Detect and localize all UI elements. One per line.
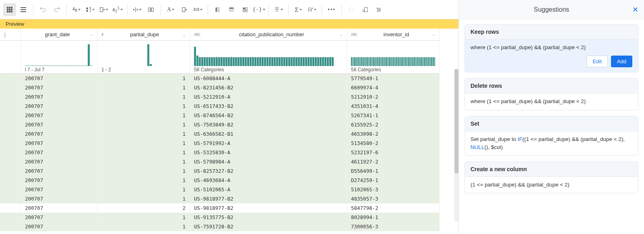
column-histogram[interactable]: 58 Categories: [190, 41, 347, 74]
pivot-both-icon[interactable]: [239, 3, 252, 16]
cell-partial-dupe[interactable]: 1: [97, 176, 190, 185]
cell-partial-dupe[interactable]: 1: [97, 111, 190, 120]
cell-grant-date[interactable]: 200707: [21, 203, 97, 213]
column-header[interactable]: grant_date⌄: [21, 29, 97, 41]
grid-view-icon[interactable]: [3, 3, 16, 16]
cell-inventor[interactable]: 7300056-3: [347, 222, 440, 231]
cell-partial-dupe[interactable]: 1: [97, 139, 190, 148]
cell-citation[interactable]: US-9818977-B2: [190, 194, 347, 203]
cell-grant-date[interactable]: 200707: [21, 176, 97, 185]
braces-icon[interactable]: {·}: [252, 3, 265, 16]
cell-grant-date[interactable]: 200707: [21, 129, 97, 139]
distribute-icon[interactable]: [192, 3, 204, 16]
cell-inventor[interactable]: 8028994-1: [347, 213, 440, 222]
cell-inventor[interactable]: 5267341-1: [347, 111, 440, 120]
text-format-icon[interactable]: A: [164, 3, 177, 16]
cell-inventor[interactable]: 5212910-2: [347, 92, 440, 101]
close-icon[interactable]: ✕: [632, 5, 638, 14]
cell-inventor[interactable]: 6155925-2: [347, 120, 440, 129]
cell-partial-dupe[interactable]: 1: [97, 166, 190, 176]
more-icon[interactable]: •••: [325, 3, 338, 16]
suggestion-card-delete-rows[interactable]: Delete rows where (1 <= partial_dupe) &&…: [464, 78, 638, 110]
rect-select-icon[interactable]: [345, 3, 358, 16]
column-type-icon[interactable]: AB: [70, 3, 83, 16]
suggestion-card-keep-rows[interactable]: Keep rows where (1 <= partial_dupe) && (…: [464, 24, 638, 72]
sort-icon[interactable]: [84, 3, 97, 16]
column-header[interactable]: ): [0, 29, 21, 41]
redo-icon[interactable]: [50, 3, 63, 16]
cell-grant-date[interactable]: 200707: [21, 111, 97, 120]
column-header[interactable]: ABCinventor_id⌄: [347, 29, 440, 41]
cell-inventor[interactable]: D274259-1: [347, 176, 440, 185]
sum-icon[interactable]: Σ: [292, 3, 305, 16]
cell-partial-dupe[interactable]: 1: [97, 185, 190, 194]
cell-inventor[interactable]: D556499-1: [347, 166, 440, 176]
cell-inventor[interactable]: 4653098-2: [347, 129, 440, 139]
filter-icon[interactable]: [272, 3, 285, 16]
cell-partial-dupe[interactable]: 1: [97, 92, 190, 101]
suggestion-card-create-column[interactable]: Create a new column (1 <= partial_dupe) …: [464, 162, 638, 193]
cell-citation[interactable]: US-7503849-B2: [190, 120, 347, 129]
cell-inventor[interactable]: 5134580-2: [347, 139, 440, 148]
edit-button[interactable]: Edit: [586, 56, 607, 67]
cell-grant-date[interactable]: 200707: [21, 157, 97, 166]
rename-icon[interactable]: A21: [111, 3, 124, 16]
cell-grant-date[interactable]: 200707: [21, 120, 97, 129]
cell-citation[interactable]: US-5102065-A: [190, 185, 347, 194]
cell-partial-dupe[interactable]: 1: [97, 194, 190, 203]
cell-citation[interactable]: US-5212910-A: [190, 92, 347, 101]
query-icon[interactable]: [359, 3, 372, 16]
column-histogram[interactable]: l 7 - Jul 7: [21, 41, 97, 74]
cell-inventor[interactable]: 4611927-2: [347, 157, 440, 166]
cell-grant-date[interactable]: 200707: [21, 166, 97, 176]
cell-partial-dupe[interactable]: 1: [97, 213, 190, 222]
column-header[interactable]: ABCcitation_publication_number⌄: [190, 29, 347, 41]
cell-citation[interactable]: US-5325830-A: [190, 148, 347, 157]
cell-partial-dupe[interactable]: 1: [97, 101, 190, 111]
add-button[interactable]: Add: [611, 56, 632, 67]
function-icon[interactable]: [305, 3, 318, 16]
cell-inventor[interactable]: 6609974-4: [347, 83, 440, 92]
cell-citation[interactable]: US-8257327-B2: [190, 166, 347, 176]
split-icon[interactable]: [131, 3, 144, 16]
sliders-icon[interactable]: [372, 3, 385, 16]
cell-partial-dupe[interactable]: 1: [97, 222, 190, 231]
cell-partial-dupe[interactable]: 1: [97, 74, 190, 83]
cell-inventor[interactable]: 5102065-3: [347, 185, 440, 194]
align-icon[interactable]: [178, 3, 191, 16]
cell-grant-date[interactable]: 200707: [21, 222, 97, 231]
cell-partial-dupe[interactable]: 1: [97, 83, 190, 92]
cell-citation[interactable]: US-7591728-B2: [190, 222, 347, 231]
column-histogram[interactable]: 58 Categories: [347, 41, 440, 74]
vertical-scrollbar[interactable]: [454, 69, 458, 222]
export-icon[interactable]: [97, 3, 110, 16]
cell-inventor[interactable]: 5779549-1: [347, 74, 440, 83]
cell-grant-date[interactable]: 200707: [21, 194, 97, 203]
suggestion-card-set[interactable]: Set Set partial_dupe to IF((1 <= partial…: [464, 116, 638, 156]
cell-citation[interactable]: US-6366582-B1: [190, 129, 347, 139]
undo-icon[interactable]: [37, 3, 50, 16]
cell-inventor[interactable]: 5232197-6: [347, 148, 440, 157]
column-header[interactable]: #partial_dupe⌄: [97, 29, 190, 41]
pivot-col-icon[interactable]: [211, 3, 224, 16]
cell-citation[interactable]: US-4693684-A: [190, 176, 347, 185]
cell-citation[interactable]: US-6517433-B2: [190, 101, 347, 111]
cell-citation[interactable]: US-5791992-A: [190, 139, 347, 148]
cell-citation[interactable]: US-9135775-B2: [190, 213, 347, 222]
cell-inventor[interactable]: 5847798-2: [347, 203, 440, 213]
cell-citation[interactable]: US-5798984-A: [190, 157, 347, 166]
cell-partial-dupe[interactable]: 1: [97, 120, 190, 129]
cell-citation[interactable]: US-8746564-B2: [190, 111, 347, 120]
cell-grant-date[interactable]: 200707: [21, 92, 97, 101]
data-grid[interactable]: )grant_date⌄#partial_dupe⌄ABCcitation_pu…: [0, 29, 458, 234]
cell-citation[interactable]: US-9818977-B2: [190, 203, 347, 213]
cell-inventor[interactable]: 4351031-4: [347, 101, 440, 111]
cell-grant-date[interactable]: 200707: [21, 148, 97, 157]
list-view-icon[interactable]: [17, 3, 30, 16]
column-histogram[interactable]: 1 - 2: [97, 41, 190, 74]
cell-partial-dupe[interactable]: 1: [97, 129, 190, 139]
cell-grant-date[interactable]: 200707: [21, 185, 97, 194]
cell-grant-date[interactable]: 200707: [21, 101, 97, 111]
cell-grant-date[interactable]: 200707: [21, 83, 97, 92]
merge-icon[interactable]: [144, 3, 157, 16]
